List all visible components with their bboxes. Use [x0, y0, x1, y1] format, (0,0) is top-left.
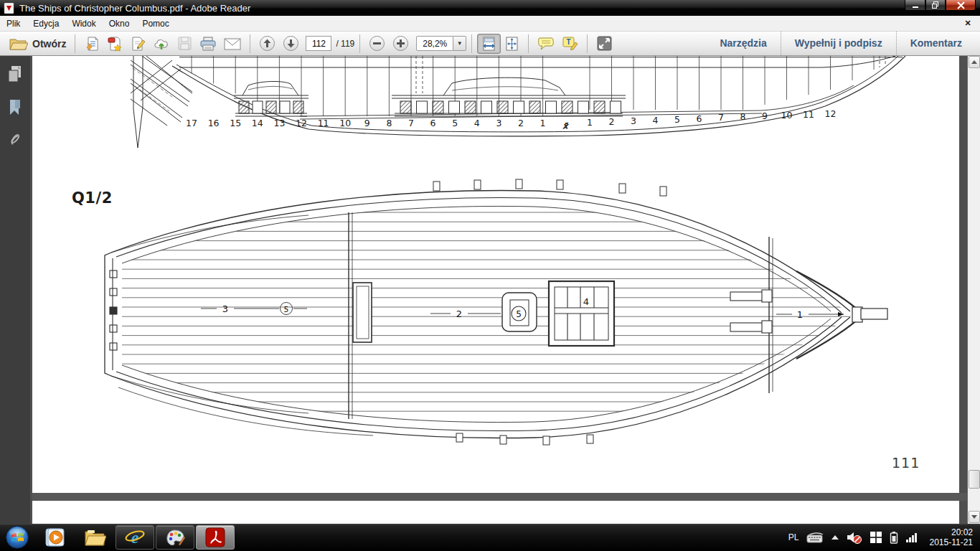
document-arrow-icon: [84, 36, 100, 52]
taskbar-media-player[interactable]: [35, 525, 74, 550]
frame-number: 6: [430, 118, 436, 128]
toolbar-separator: [250, 34, 250, 53]
media-player-icon: [44, 527, 65, 548]
label-deck: 2: [456, 309, 462, 319]
open-button[interactable]: Otwórz: [6, 34, 70, 54]
taskbar-paint[interactable]: [156, 525, 194, 550]
desktop: The Ships of Christopher Columbus.pdf - …: [0, 0, 980, 551]
scroll-down-button[interactable]: [969, 511, 980, 523]
system-tray: PL: [788, 524, 980, 551]
menu-item-edycja[interactable]: Edycja: [27, 17, 65, 31]
zoom-in-icon: [392, 35, 409, 52]
label-mast-step: 5: [516, 309, 522, 319]
bowsprit: [852, 307, 887, 322]
print-icon: [199, 36, 217, 52]
toolbar-separator: [75, 34, 75, 53]
frame-number: 10: [339, 118, 351, 128]
deck-structure-mid: [392, 56, 885, 116]
attachments-icon[interactable]: [6, 129, 24, 149]
adobe-reader-icon: [205, 527, 225, 547]
panel-button-1[interactable]: Wypełnij i podpisz: [781, 32, 896, 55]
volume-muted-icon[interactable]: [847, 531, 862, 544]
menu-item-plik[interactable]: Plik: [0, 17, 27, 31]
minimize-button[interactable]: [905, 0, 925, 11]
fullscreen-icon: [596, 35, 613, 52]
fit-page-button[interactable]: [501, 34, 523, 54]
fullscreen-button[interactable]: [593, 34, 616, 54]
page-thumbnails-icon[interactable]: [6, 65, 24, 85]
send-file-button[interactable]: [80, 34, 103, 54]
toolbar: Otwórz: [0, 32, 980, 56]
svg-text:T: T: [567, 38, 571, 46]
document-canvas[interactable]: 1716151413121110987654321 x̃ 12345678910…: [30, 56, 980, 524]
fit-width-button[interactable]: [477, 34, 501, 54]
battery-icon[interactable]: [890, 531, 898, 544]
zoom-level-control[interactable]: 28,2% ▼: [416, 36, 466, 51]
open-folder-icon: [9, 37, 28, 51]
frame-number: 11: [318, 118, 329, 128]
taskbar-adobe-reader[interactable]: [196, 525, 235, 550]
frame-numbers-aft: 1716151413121110987654321: [186, 118, 546, 128]
save-button[interactable]: [174, 34, 196, 54]
close-button[interactable]: [946, 0, 976, 11]
pdf-page-next: [32, 501, 959, 524]
page-number-input[interactable]: [306, 36, 331, 51]
network-signal-icon[interactable]: [905, 532, 920, 543]
windows-update-flag-icon[interactable]: [870, 531, 882, 544]
panel-buttons: NarzędziaWypełnij i podpiszKomentarz: [706, 32, 976, 55]
next-page-button[interactable]: [279, 34, 303, 54]
vertical-scrollbar[interactable]: [967, 56, 980, 524]
page-gap: [32, 493, 967, 501]
menu-item-okno[interactable]: Okno: [103, 17, 136, 31]
email-icon: [224, 37, 241, 51]
show-hidden-icons-chevron[interactable]: [831, 534, 839, 540]
zoom-in-button[interactable]: [389, 34, 413, 54]
document-pencil-icon: [130, 36, 146, 52]
comment-button[interactable]: [534, 34, 558, 54]
frame-number: 12: [825, 108, 837, 119]
title-bar[interactable]: The Ships of Christopher Columbus.pdf - …: [0, 0, 980, 16]
clock-time: 20:02: [930, 527, 974, 537]
scroll-up-button[interactable]: [969, 56, 980, 68]
sign-document-button[interactable]: [126, 34, 149, 54]
bookmarks-icon[interactable]: [6, 98, 24, 118]
frame-number: 13: [273, 118, 285, 128]
toolbar-separator: [528, 34, 529, 53]
zoom-out-button[interactable]: [365, 34, 389, 54]
menu-item-pomoc[interactable]: Pomoc: [136, 17, 175, 31]
taskbar-clock[interactable]: 20:02 2015-11-21: [927, 527, 974, 547]
pdf-page-111: 1716151413121110987654321 x̃ 12345678910…: [32, 56, 959, 493]
inboard-profile-drawing: 1716151413121110987654321 x̃ 12345678910…: [131, 56, 905, 148]
print-button[interactable]: [196, 34, 220, 54]
frame-number: 4: [474, 118, 480, 128]
internet-explorer-icon: e: [124, 527, 146, 548]
scrollbar-thumb[interactable]: [969, 470, 980, 489]
frame-number: 6: [697, 113, 702, 124]
email-button[interactable]: [220, 34, 245, 54]
cloud-upload-button[interactable]: [149, 34, 174, 54]
folder-icon: [83, 527, 106, 547]
frame-number: 14: [252, 118, 263, 128]
window-controls: [905, 0, 976, 11]
taskbar-explorer[interactable]: [75, 525, 114, 550]
menu-item-widok[interactable]: Widok: [65, 17, 102, 31]
panel-button-0[interactable]: Narzędzia: [706, 32, 780, 55]
highlight-text-button[interactable]: T: [558, 34, 582, 54]
ship-plans-drawing: 1716151413121110987654321 x̃ 12345678910…: [32, 56, 959, 493]
save-icon: [177, 36, 192, 51]
panel-button-2[interactable]: Komentarz: [896, 32, 976, 55]
taskbar-internet-explorer[interactable]: e: [116, 525, 154, 550]
frame-number: 10: [781, 110, 793, 121]
previous-page-button[interactable]: [255, 34, 279, 54]
create-pdf-button[interactable]: [103, 34, 126, 54]
start-button[interactable]: [1, 525, 34, 550]
label-circle-port: 5: [284, 305, 289, 314]
side-hatch: [353, 283, 372, 342]
toolbar-separator: [587, 34, 588, 53]
keyboard-icon[interactable]: [806, 532, 824, 543]
language-indicator[interactable]: PL: [788, 532, 799, 542]
document-close-button[interactable]: ✕: [963, 18, 973, 28]
zoom-dropdown-button[interactable]: ▼: [453, 36, 466, 51]
menu-bar: PlikEdycjaWidokOknoPomoc ✕: [0, 16, 980, 32]
restore-button[interactable]: [925, 0, 946, 11]
